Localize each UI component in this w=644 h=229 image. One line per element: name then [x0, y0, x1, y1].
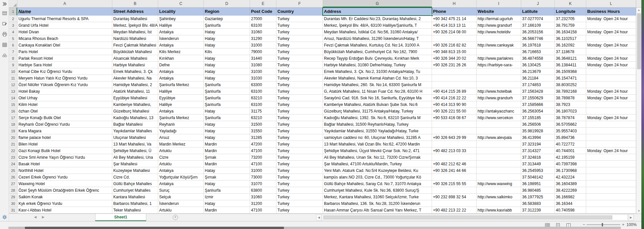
- header-cell-C1[interactable]: Locality: [158, 8, 204, 16]
- cell-K2[interactable]: 37.232705: [555, 16, 586, 22]
- cell-L9[interactable]: Monday: Open 24 hour: [586, 62, 636, 68]
- cell-A16[interactable]: özhan Otel: [18, 108, 112, 114]
- cell-B20[interactable]: Uluçınar Mahallesi: [112, 134, 158, 141]
- cell-B5[interactable]: Nardüzü Mahallesi: [112, 35, 158, 42]
- cell-A12[interactable]: Özel Nilüfer Yüksek Öğrenim Kız Yurdu: [18, 82, 112, 88]
- cell-C17[interactable]: Şanlıurfa Merkez: [158, 114, 204, 121]
- cell-G22[interactable]: Şehidiye Mahallesi, Üçyol Mevkii Çınar S…: [323, 147, 432, 154]
- cell-J2[interactable]: 37.0277074: [521, 16, 555, 22]
- cell-E13[interactable]: 63100: [250, 88, 276, 95]
- cell-C2[interactable]: Şahinbey: [158, 16, 204, 22]
- cell-J6[interactable]: 36.197618: [521, 42, 555, 49]
- cell-A15[interactable]: Kilim Hotel: [18, 101, 112, 108]
- cell-D19[interactable]: Hatay: [204, 128, 250, 134]
- cell-I2[interactable]: http://termal.ugurluh: [477, 16, 521, 22]
- cell-H9[interactable]: +90 326 231 26 26: [432, 62, 477, 68]
- row-number-23[interactable]: 23: [9, 154, 18, 161]
- cell-E27[interactable]: 31070: [250, 180, 276, 187]
- cell-I6[interactable]: http://www.cankayak: [477, 42, 521, 49]
- cell-G25[interactable]: Yeni Mah. Ataturk Cad. No:5/4 Kuzeytepe …: [323, 167, 432, 174]
- prev-sheet-arrow-icon[interactable]: ◀: [34, 215, 37, 219]
- header-cell-H1[interactable]: Phone: [432, 8, 477, 16]
- cell-A31[interactable]: Kasr-i Abbas Hotel: [18, 207, 112, 213]
- cell-H28[interactable]: [432, 187, 477, 194]
- cell-I3[interactable]: http://www.grandurf: [477, 22, 521, 29]
- cell-F26[interactable]: Turkey: [276, 174, 323, 180]
- cell-F22[interactable]: Turkey: [276, 147, 323, 154]
- cell-I4[interactable]: http://www.hoteldiv: [477, 29, 521, 35]
- cell-I12[interactable]: [477, 82, 521, 88]
- cell-I14[interactable]: http://www.grandurh: [477, 95, 521, 101]
- cell-F17[interactable]: Turkey: [276, 114, 323, 121]
- cell-I25[interactable]: [477, 167, 521, 174]
- cell-B6[interactable]: Fevzi Çakmak Mahallesi: [112, 42, 158, 49]
- cell-J27[interactable]: 36.198951: [521, 180, 555, 187]
- row-number-4[interactable]: 4: [9, 29, 18, 35]
- column-letter-F[interactable]: F: [276, 0, 323, 7]
- cell-J12[interactable]: 37.174853: [521, 82, 555, 88]
- cell-D31[interactable]: Mardin: [204, 207, 250, 213]
- cell-E31[interactable]: 47100: [250, 207, 276, 213]
- cell-L26[interactable]: [586, 174, 636, 180]
- cell-J7[interactable]: 36.716653: [521, 49, 555, 55]
- cell-H8[interactable]: +90 326 344 20 02: [432, 55, 477, 62]
- cell-B7[interactable]: Büyükkütah Mahallesi: [112, 49, 158, 55]
- cell-I17[interactable]: http://www.sercekon: [477, 114, 521, 121]
- fill-handle[interactable]: [431, 15, 433, 16]
- cell-C23[interactable]: Cizre: [158, 154, 204, 161]
- cell-G6[interactable]: Fevzi Çakmak Mahallesi, Kurtuluş Cd. No:…: [323, 42, 432, 49]
- cell-K28[interactable]: 38.4222269: [555, 187, 586, 194]
- cell-G14[interactable]: Sarayönü Cad. 916. Sok No 16, Sanliurfa,…: [323, 95, 432, 101]
- row-number-5[interactable]: 5: [9, 35, 18, 42]
- cell-K6[interactable]: 36.162092: [555, 42, 586, 49]
- cell-L7[interactable]: [586, 49, 636, 55]
- cell-H19[interactable]: [432, 128, 477, 134]
- cell-H5[interactable]: [432, 35, 477, 42]
- cell-J3[interactable]: 37.166109: [521, 22, 555, 29]
- row-number-28[interactable]: 28: [9, 187, 18, 194]
- cell-J29[interactable]: 36.1977925: [521, 194, 555, 200]
- cell-E18[interactable]: 31500: [250, 121, 276, 128]
- cell-L30[interactable]: [586, 200, 636, 207]
- cell-H7[interactable]: +90 348 813 15 00: [432, 49, 477, 55]
- cell-C25[interactable]: Antakya: [158, 167, 204, 174]
- table-icon[interactable]: [0, 8, 9, 18]
- cell-K9[interactable]: 36.1384411: [555, 62, 586, 68]
- add-sheet-button[interactable]: +: [173, 215, 178, 220]
- cell-I18[interactable]: [477, 121, 521, 128]
- cell-L15[interactable]: [586, 101, 636, 108]
- cell-C29[interactable]: Selçuk: [158, 194, 204, 200]
- cell-J31[interactable]: 37.312239: [521, 207, 555, 213]
- cell-L31[interactable]: [586, 207, 636, 213]
- cell-B30[interactable]: Barbaros Mahallesi, 1: [112, 200, 158, 207]
- cell-D3[interactable]: Şanlıurfa: [204, 22, 250, 29]
- row-number-10[interactable]: 10: [9, 68, 18, 75]
- cell-H3[interactable]: +90 414 313 13 11: [432, 22, 477, 29]
- cell-B16[interactable]: Güzelburç Mahallesi: [112, 108, 158, 114]
- cell-I29[interactable]: http://www.salkimko: [477, 194, 521, 200]
- cell-D14[interactable]: Şanlıurfa: [204, 95, 250, 101]
- cell-C15[interactable]: Haliliye: [158, 101, 204, 108]
- cell-D4[interactable]: Hatay: [204, 29, 250, 35]
- cell-E3[interactable]: 63100: [250, 22, 276, 29]
- cell-H30[interactable]: [432, 200, 477, 207]
- cell-D30[interactable]: Hatay: [204, 200, 250, 207]
- cell-B8[interactable]: Alsancak Mahallesi: [112, 55, 158, 62]
- cell-I31[interactable]: http://www.kasriabb: [477, 207, 521, 213]
- cell-G4[interactable]: Meydan Mahallesi, İstiklal Cd. No:56, 31…: [323, 29, 432, 35]
- cell-J4[interactable]: 36.2053156: [521, 29, 555, 35]
- cell-L27[interactable]: [586, 180, 636, 187]
- cell-F3[interactable]: Turkey: [276, 22, 323, 29]
- cell-A22[interactable]: Gazi Konagi Butik Hotel: [18, 147, 112, 154]
- column-letter-B[interactable]: B: [112, 0, 158, 7]
- cell-L14[interactable]: Monday: Open 24 hour: [586, 95, 636, 101]
- cell-I21[interactable]: [477, 141, 521, 147]
- cell-F5[interactable]: Turkey: [276, 35, 323, 42]
- cell-E12[interactable]: 63300: [250, 82, 276, 88]
- cell-H11[interactable]: [432, 75, 477, 82]
- cell-A5[interactable]: Micana Rhosus Beach: [18, 35, 112, 42]
- cell-L18[interactable]: [586, 121, 636, 128]
- cell-I8[interactable]: http://www.parlakres: [477, 55, 521, 62]
- cell-E9[interactable]: 31080: [250, 62, 276, 68]
- cell-D23[interactable]: Şırnak: [204, 154, 250, 161]
